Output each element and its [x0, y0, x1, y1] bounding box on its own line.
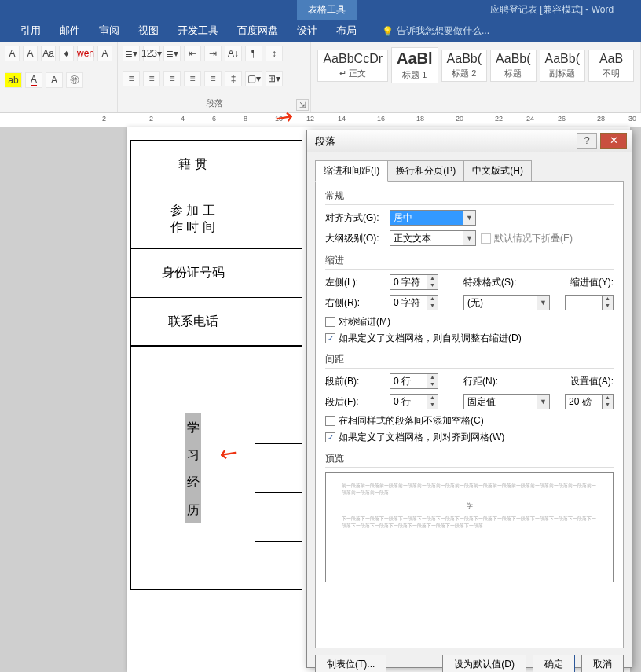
linespace-select[interactable]: 固定值▼: [463, 394, 550, 409]
special-select[interactable]: (无)▼: [463, 295, 550, 310]
font-color-icon[interactable]: A: [25, 72, 42, 88]
mirror-indent-checkbox[interactable]: 对称缩进(M): [325, 315, 614, 329]
horizontal-ruler[interactable]: 2 2 4 6 8 10 12 14 16 18 20 22 24 26 28 …: [0, 113, 641, 127]
ruler-mark: 8: [244, 115, 247, 123]
styles-group: AaBbCcDr↵ 正文 AaBl标题 1 AaBb(标题 2 AaBb(标题 …: [311, 42, 641, 112]
paragraph-group-label: 段落: [123, 96, 306, 109]
special-label: 特殊格式(S):: [463, 276, 523, 289]
paragraph-group: ≣▾ 123▾ ≣▾ ⇤ ⇥ A↓ ¶ ↕ ≡ ≡ ≡ ≡ ≡ ‡ ▢▾ ⊞▾ …: [118, 42, 311, 112]
tab-baidu[interactable]: 百度网盘: [228, 19, 288, 42]
help-icon[interactable]: ?: [577, 133, 597, 149]
tell-me-search[interactable]: 💡 告诉我您想要做什么...: [382, 24, 489, 42]
cell-jiguan[interactable]: 籍 贯: [131, 141, 255, 189]
ruler-mark: 10: [275, 115, 283, 123]
indent-inc-icon[interactable]: ⇥: [204, 46, 222, 61]
style-title[interactable]: AaBb(标题: [490, 50, 536, 82]
bulb-icon: 💡: [382, 26, 394, 37]
line-spacing-icon[interactable]: ‡: [225, 71, 242, 86]
left-indent-label: 左侧(L):: [325, 276, 385, 289]
align-right-icon[interactable]: ≡: [163, 71, 181, 86]
align-left-icon[interactable]: ≡: [123, 71, 140, 86]
left-indent-spinner[interactable]: 0 字符▲▼: [390, 274, 438, 290]
grid-indent-checkbox[interactable]: ✓如果定义了文档网格，则自动调整右缩进(D): [325, 332, 614, 345]
phonetic-icon[interactable]: wén: [77, 46, 94, 61]
indent-by-spinner[interactable]: ▲▼: [565, 295, 614, 310]
style-h2[interactable]: AaBb(标题 2: [441, 50, 487, 82]
paragraph-dialog: 段落 ? ✕ 缩进和间距(I) 换行和分页(P) 中文版式(H) 常规 对齐方式…: [306, 130, 632, 668]
style-normal[interactable]: AaBbCcDr↵ 正文: [317, 50, 388, 82]
font-shrink-icon[interactable]: A: [23, 46, 38, 61]
section-general: 常规: [325, 189, 614, 205]
ruler-mark: 16: [377, 115, 385, 123]
ruler-mark: 18: [416, 115, 424, 123]
tab-asian-typography[interactable]: 中文版式(H): [463, 160, 532, 182]
form-table[interactable]: 籍 贯 参 加 工作 时 间 身份证号码 联系电话 学 习 经 历: [130, 140, 302, 590]
style-subtitle[interactable]: AaBb(副标题: [540, 50, 585, 82]
char-border-icon[interactable]: A: [97, 46, 112, 61]
tab-layout[interactable]: 布局: [327, 19, 366, 42]
tab-view[interactable]: 视图: [129, 19, 168, 42]
cell-idnumber[interactable]: 身份证号码: [131, 249, 255, 298]
align-center-icon[interactable]: ≡: [143, 71, 160, 86]
collapse-checkbox: 默认情况下折叠(E): [481, 232, 573, 245]
paragraph-dialog-launcher-icon[interactable]: ⇲: [296, 99, 309, 111]
font-grow-icon[interactable]: A: [5, 46, 20, 61]
align-label: 对齐方式(G):: [325, 211, 385, 225]
right-indent-label: 右侧(R):: [325, 296, 385, 310]
tab-references[interactable]: 引用: [11, 19, 50, 42]
align-justify-icon[interactable]: ≡: [184, 71, 201, 86]
outline-label: 大纲级别(O):: [325, 232, 385, 245]
char-shading-icon[interactable]: A: [46, 72, 63, 88]
outline-select[interactable]: 正文文本▼: [390, 230, 476, 246]
dialog-body: 常规 对齐方式(G): 居中▼ 大纲级别(O): 正文文本▼ 默认情况下折叠(E…: [315, 181, 624, 648]
dialog-titlebar[interactable]: 段落 ? ✕: [307, 130, 632, 152]
cell-phone[interactable]: 联系电话: [131, 298, 255, 347]
numbering-icon[interactable]: 123▾: [143, 46, 160, 61]
ruler-mark: 24: [526, 115, 534, 123]
tab-line-page-breaks[interactable]: 换行和分页(P): [387, 160, 464, 182]
close-icon[interactable]: ✕: [600, 133, 627, 149]
dialog-title: 段落: [315, 134, 335, 149]
tab-review[interactable]: 审阅: [90, 19, 129, 42]
grid-align-checkbox[interactable]: ✓如果定义了文档网格，则对齐到网格(W): [325, 431, 614, 444]
align-dist-icon[interactable]: ≡: [204, 71, 222, 86]
space-after-spinner[interactable]: 0 行▲▼: [390, 394, 438, 409]
borders-icon[interactable]: ⊞▾: [266, 71, 283, 86]
indent-dec-icon[interactable]: ⇤: [184, 46, 201, 61]
ltr-icon[interactable]: ↕: [266, 46, 283, 61]
right-indent-spinner[interactable]: 0 字符▲▼: [390, 295, 438, 310]
section-indent: 缩进: [325, 254, 614, 270]
tab-design[interactable]: 设计: [288, 19, 327, 42]
tab-indent-spacing[interactable]: 缩进和间距(I): [315, 160, 388, 182]
section-preview: 预览: [325, 452, 614, 468]
cell-education[interactable]: 学 习 经 历: [131, 347, 255, 590]
highlight-icon[interactable]: ab: [5, 72, 22, 88]
showmarks-icon[interactable]: ¶: [245, 46, 262, 61]
clear-format-icon[interactable]: ♦: [59, 46, 74, 61]
ok-button[interactable]: 确定: [533, 655, 575, 672]
set-default-button[interactable]: 设为默认值(D): [442, 655, 526, 672]
change-case-icon[interactable]: Aa: [41, 46, 56, 61]
enclose-char-icon[interactable]: ㊕: [66, 72, 83, 88]
tabs-button[interactable]: 制表位(T)...: [315, 655, 386, 672]
ruler-mark: 4: [181, 115, 185, 123]
tab-devtools[interactable]: 开发工具: [168, 19, 228, 42]
shading-icon[interactable]: ▢▾: [245, 71, 262, 86]
align-select[interactable]: 居中▼: [390, 210, 476, 226]
cell-worktime[interactable]: 参 加 工作 时 间: [131, 189, 255, 249]
tab-mail[interactable]: 邮件: [50, 19, 90, 42]
ruler-mark: 20: [456, 115, 463, 123]
sort-icon[interactable]: A↓: [225, 46, 242, 61]
style-gallery[interactable]: AaBbCcDr↵ 正文 AaBl标题 1 AaBb(标题 2 AaBb(标题 …: [316, 46, 636, 85]
cancel-button[interactable]: 取消: [581, 655, 624, 672]
sel-char: 历: [185, 496, 201, 523]
space-before-spinner[interactable]: 0 行▲▼: [390, 373, 438, 389]
style-other[interactable]: AaB不明: [588, 50, 634, 82]
at-spinner[interactable]: 20 磅▲▼: [565, 394, 614, 409]
multilevel-icon[interactable]: ≣▾: [163, 46, 181, 61]
same-style-checkbox[interactable]: 在相同样式的段落间不添加空格(C): [325, 414, 614, 428]
sel-char: 习: [185, 441, 201, 468]
style-h1[interactable]: AaBl标题 1: [391, 47, 438, 83]
bullets-icon[interactable]: ≣▾: [123, 46, 140, 61]
font-group: A A Aa ♦ wén A ab A A ㊕: [0, 42, 118, 112]
